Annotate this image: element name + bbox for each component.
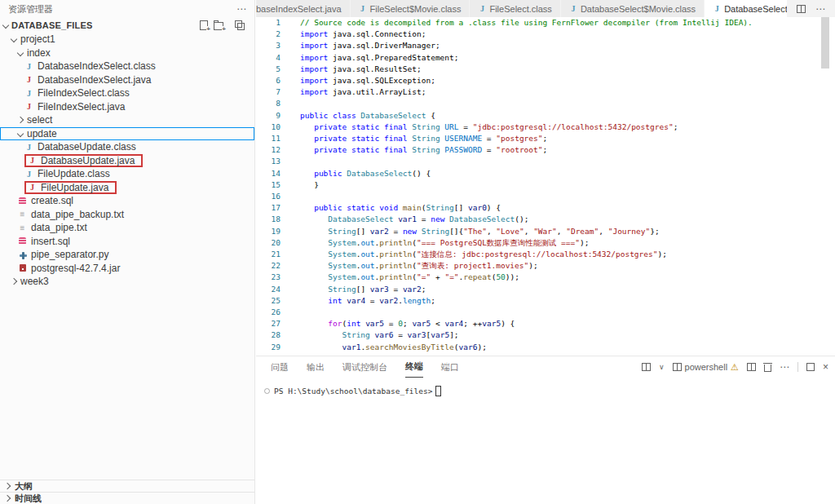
tab-fileselect-movie-class[interactable]: JFileSelect$Movie.class — [351, 0, 471, 17]
tree-folder-project1[interactable]: project1 — [0, 33, 254, 46]
line-number: 28 — [256, 329, 281, 341]
tree-item-fileindexselect-java[interactable]: JFileIndexSelect.java — [0, 100, 254, 114]
code-token: out — [360, 238, 374, 247]
line-number: 23 — [256, 272, 281, 283]
more-actions-icon[interactable]: ⋯ — [780, 362, 789, 372]
code-token: import — [300, 29, 328, 38]
split-editor-icon[interactable] — [797, 5, 806, 13]
code-text: import java.sql.PreparedStatement; — [300, 52, 458, 64]
code-token: System — [328, 272, 356, 281]
code-token: java.sql.DriverManager; — [328, 41, 440, 50]
tree-folder-update[interactable]: update — [0, 127, 254, 141]
tab-databaseselect-class[interactable]: JDatabaseSelect.class× — [705, 0, 787, 17]
terminal-content[interactable]: PS H:\Study\school\database_files> — [256, 378, 835, 396]
new-terminal-icon[interactable] — [642, 363, 651, 371]
code-token: = — [459, 122, 473, 131]
tab-databaseselect-movie-class[interactable]: JDatabaseSelect$Movie.class — [561, 0, 705, 17]
tree-item-fileindexselect-class[interactable]: JFileIndexSelect.class — [0, 86, 254, 100]
vscode-window: 资源管理器 ⋯ DATABASE_FILES project1indexJDat… — [0, 0, 835, 504]
tree-item-databaseupdate-class[interactable]: JDatabaseUpdate.class — [0, 140, 254, 154]
code-text: String var6 = var3[var5]; — [300, 329, 459, 341]
code-text: public DatabaseSelect() { — [300, 168, 431, 179]
code-token: import — [300, 76, 328, 85]
new-folder-icon[interactable] — [214, 22, 223, 30]
code-line: 14 public DatabaseSelect() { — [256, 168, 835, 179]
chevron-down-icon — [11, 36, 17, 42]
code-editor[interactable]: 1// Source code is decompiled from a .cl… — [256, 17, 835, 356]
separator — [797, 362, 798, 372]
code-token: ]; — [449, 330, 458, 339]
code-line: 26 — [256, 307, 835, 318]
tree-item-databaseupdate-java[interactable]: JDatabaseUpdate.java — [0, 154, 254, 168]
tree-folder-index[interactable]: index — [0, 46, 254, 60]
code-token: import — [300, 41, 328, 50]
line-number: 29 — [256, 342, 281, 353]
code-line: 19 String[] var2 = new String[]{"The", "… — [256, 226, 835, 237]
more-actions-icon[interactable]: ⋯ — [815, 4, 825, 14]
code-token — [300, 214, 328, 223]
code-token: var4 — [444, 319, 463, 328]
terminal-prompt: PS H:\Study\school\database_files> — [274, 387, 432, 396]
code-token: println — [379, 261, 412, 270]
code-token: = — [389, 285, 403, 294]
code-token: java.util.ArrayList; — [328, 87, 426, 96]
tree-item-postgresql-42-7-4-jar[interactable]: postgresql-42.7.4.jar — [0, 262, 254, 276]
close-panel-icon[interactable]: × — [823, 362, 828, 372]
panel-tab-端口[interactable]: 端口 — [441, 356, 459, 378]
collapse-all-icon[interactable] — [237, 23, 245, 30]
sidebar-section-时间线[interactable]: 时间线 — [0, 492, 254, 504]
panel-tab-调试控制台[interactable]: 调试控制台 — [342, 356, 387, 378]
code-token: ; ++ — [463, 319, 482, 328]
code-token: "Dream" — [566, 227, 599, 236]
tree-item-inner: JFileUpdate.class — [24, 167, 110, 181]
tab-fileselect-class[interactable]: JFileSelect.class — [470, 0, 560, 17]
tree-item-create-sql[interactable]: create.sql — [0, 194, 254, 208]
tree-folder-week3[interactable]: week3 — [0, 275, 254, 289]
python-icon — [18, 250, 27, 259]
code-text: System.out.println("查询表: project1.movies… — [300, 260, 538, 272]
launch-profile-chevron-icon[interactable]: ∨ — [659, 364, 665, 371]
tree-item-label: project1 — [20, 33, 55, 45]
terminal-tab-powershell[interactable]: powershell ⚠ — [673, 362, 739, 373]
code-line: 1// Source code is decompiled from a .cl… — [256, 17, 835, 29]
panel-tab-输出[interactable]: 输出 — [307, 356, 325, 378]
code-token: = — [417, 214, 431, 223]
tree-item-databaseindexselect-java[interactable]: JDatabaseIndexSelect.java — [0, 73, 254, 87]
terminal-profile-label: powershell — [685, 362, 728, 372]
kill-terminal-icon[interactable] — [764, 365, 771, 372]
tree-item-fileupdate-java[interactable]: JFileUpdate.java — [0, 181, 254, 195]
code-token: ); — [580, 238, 589, 247]
tree-item-data-pipe-backup-txt[interactable]: ≡data_pipe_backup.txt — [0, 208, 254, 222]
code-token — [300, 238, 328, 247]
tree-item-insert-sql[interactable]: insert.sql — [0, 235, 254, 249]
code-token: public static void — [314, 203, 403, 212]
editor-actions: ⋯ — [787, 0, 835, 17]
tree-item-label: FileUpdate.class — [38, 168, 110, 179]
panel-tab-问题[interactable]: 问题 — [271, 356, 289, 378]
tree-item-pipe-separator-py[interactable]: pipe_separator.py — [0, 248, 254, 262]
tree-item-inner: ≡data_pipe_backup.txt — [18, 208, 124, 222]
split-terminal-icon[interactable] — [747, 363, 756, 371]
code-token: ); — [528, 261, 537, 270]
more-actions-icon[interactable]: ⋯ — [236, 4, 246, 14]
section-header-database-files[interactable]: DATABASE_FILES — [0, 18, 254, 33]
sidebar-section-大纲[interactable]: 大纲 — [0, 480, 254, 492]
tree-item-inner: JFileIndexSelect.class — [24, 86, 130, 100]
code-text: DatabaseSelect var1 = new DatabaseSelect… — [300, 214, 528, 225]
chevron-right-icon — [4, 495, 11, 502]
code-token: var5 — [365, 319, 384, 328]
code-line: 17 public static void main(String[] var0… — [256, 202, 835, 214]
tree-folder-select[interactable]: select — [0, 113, 254, 127]
tree-item-data-pipe-txt[interactable]: ≡data_pipe.txt — [0, 221, 254, 235]
tab-baseindexselect-java[interactable]: baseIndexSelect.java — [256, 0, 351, 17]
maximize-panel-icon[interactable] — [806, 363, 815, 371]
tree-item-databaseindexselect-class[interactable]: JDatabaseIndexSelect.class — [0, 60, 254, 73]
explorer-toolbar — [200, 20, 254, 30]
panel-tab-终端[interactable]: 终端 — [405, 356, 423, 378]
code-token: 50 — [496, 272, 505, 281]
code-token: java.sql.Connection; — [328, 29, 426, 38]
editor-scrollbar[interactable] — [821, 17, 829, 69]
code-text: String[] var2 = new String[]{"The", "Lov… — [300, 226, 660, 237]
tree-item-fileupdate-class[interactable]: JFileUpdate.class — [0, 167, 254, 181]
new-file-icon[interactable] — [200, 20, 208, 30]
